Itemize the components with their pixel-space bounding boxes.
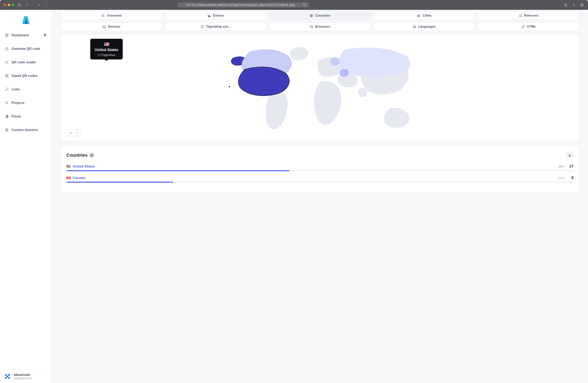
flag-icon: 🇺🇸 <box>66 164 71 168</box>
svg-rect-11 <box>7 34 8 35</box>
back-icon[interactable] <box>37 3 42 7</box>
tab-overview-icon[interactable] <box>580 3 584 7</box>
svg-rect-17 <box>6 62 7 63</box>
chart-icon <box>208 14 211 18</box>
country-row: 🇺🇸 United States 44% 17 <box>66 164 573 171</box>
svg-rect-13 <box>7 36 8 37</box>
country-link[interactable]: United States <box>73 164 95 169</box>
grid-icon <box>5 33 9 37</box>
sidebar-item-generate-qr[interactable]: Generate QR code <box>3 44 49 54</box>
tab-devices[interactable]: Devices <box>61 22 162 31</box>
stat-tabs: Overview Entries Countries Cities Referr… <box>52 10 588 34</box>
svg-text:A文: A文 <box>413 26 416 27</box>
tab-label: UTMs <box>527 25 536 28</box>
sidebar-item-label: Custom domains <box>12 128 38 132</box>
url-text: 127.0.0.1/66qrcode/link-statistics/13?ty… <box>180 3 301 7</box>
tab-label: Entries <box>213 14 224 18</box>
svg-rect-18 <box>5 74 6 76</box>
list-icon <box>101 14 105 18</box>
globe-icon <box>5 128 9 132</box>
svg-rect-48 <box>201 26 204 27</box>
account-email: hey@altum.dev <box>14 377 32 380</box>
svg-rect-12 <box>5 36 6 37</box>
tab-os[interactable]: Operating sys... <box>166 22 266 31</box>
sidebar-item-label: Pixels <box>12 115 21 118</box>
tab-label: Languages <box>418 25 436 28</box>
svg-line-45 <box>519 14 520 15</box>
avatar <box>4 373 11 380</box>
close-window-button[interactable] <box>4 4 6 6</box>
svg-rect-20 <box>5 76 6 77</box>
country-bar <box>66 170 573 171</box>
os-icon <box>201 25 204 28</box>
svg-rect-0 <box>18 4 21 6</box>
tab-label: Cities <box>422 14 431 18</box>
country-count: 17 <box>569 164 573 169</box>
sidebar-item-saved-qr[interactable]: Saved QR codes <box>3 71 49 81</box>
svg-rect-35 <box>210 16 210 17</box>
sidebar-item-domains[interactable]: Custom domains <box>3 125 49 135</box>
sidebar-toggle-icon[interactable] <box>17 3 22 7</box>
address-bar[interactable]: 127.0.0.1/66qrcode/link-statistics/13?ty… <box>177 2 309 7</box>
tab-cities[interactable]: Cities <box>374 11 474 20</box>
tab-countries[interactable]: Countries <box>270 11 370 20</box>
chevron-down-icon[interactable] <box>25 3 29 7</box>
tab-utms[interactable]: UTMs <box>479 22 579 31</box>
account-name: AltumCode <box>14 373 32 377</box>
share-icon[interactable] <box>563 3 568 7</box>
sidebar-item-pixels[interactable]: Pixels <box>3 112 49 121</box>
sidebar-item-label: Saved QR codes <box>12 74 37 78</box>
tab-languages[interactable]: A文 Languages <box>374 22 474 31</box>
tab-entries[interactable]: Entries <box>166 11 266 20</box>
sidebar-item-qr-reader[interactable]: QR code reader <box>3 57 49 67</box>
zoom-in-button[interactable]: + <box>68 130 74 136</box>
account-menu[interactable]: AltumCode hey@altum.dev <box>0 370 52 383</box>
svg-point-23 <box>7 103 7 104</box>
country-link[interactable]: Canada <box>73 176 85 180</box>
download-button[interactable] <box>566 152 573 159</box>
minimize-window-button[interactable] <box>8 4 10 6</box>
device-icon <box>102 25 106 28</box>
svg-rect-10 <box>5 34 6 35</box>
reload-icon[interactable] <box>303 3 306 7</box>
countries-title: Countries i <box>66 153 94 158</box>
new-tab-icon[interactable] <box>572 3 576 7</box>
sidebar-item-label: Projects <box>12 101 24 105</box>
world-map[interactable] <box>66 38 574 137</box>
svg-point-32 <box>102 16 102 17</box>
svg-rect-38 <box>418 15 418 17</box>
zoom-out-button[interactable]: − <box>74 130 80 136</box>
browser-icon <box>310 25 313 28</box>
bell-icon[interactable] <box>43 33 47 37</box>
tab-label: Countries <box>315 14 331 18</box>
sidebar-item-links[interactable]: Links <box>3 84 49 94</box>
country-count: 8 <box>569 176 573 180</box>
tab-browsers[interactable]: Browsers <box>270 22 370 31</box>
window-controls <box>4 4 14 6</box>
tab-referrers[interactable]: Referrers <box>479 11 579 20</box>
zoom-controls: + − <box>68 130 81 136</box>
svg-rect-33 <box>209 16 209 17</box>
forward-icon[interactable] <box>44 3 49 7</box>
fullscreen-window-button[interactable] <box>12 4 14 6</box>
sidebar-item-dashboard[interactable]: Dashboard <box>3 30 49 40</box>
country-pct: 44% <box>558 165 565 168</box>
browser-toolbar-right <box>563 3 584 7</box>
city-icon <box>417 14 420 18</box>
info-icon[interactable]: i <box>90 153 94 157</box>
svg-rect-19 <box>7 74 8 76</box>
tooltip-pageviews: 17 Pageviews <box>92 53 121 57</box>
country-pct: 21% <box>558 176 565 180</box>
main-content: Overview Entries Countries Cities Referr… <box>52 10 588 383</box>
brand-logo[interactable] <box>0 10 52 30</box>
sidebar-item-label: Links <box>12 88 20 91</box>
tab-overview[interactable]: Overview <box>61 11 162 20</box>
svg-point-21 <box>5 102 6 102</box>
browser-toolbar: 127.0.0.1/66qrcode/link-statistics/13?ty… <box>0 0 588 10</box>
sidebar-item-label: QR code reader <box>12 60 36 64</box>
sidebar-item-projects[interactable]: Projects <box>3 98 49 108</box>
tooltip-country: United States <box>92 48 121 52</box>
sidebar-item-label: Generate QR code <box>12 47 40 51</box>
tab-label: Operating sys... <box>206 25 231 28</box>
svg-rect-6 <box>581 4 583 6</box>
